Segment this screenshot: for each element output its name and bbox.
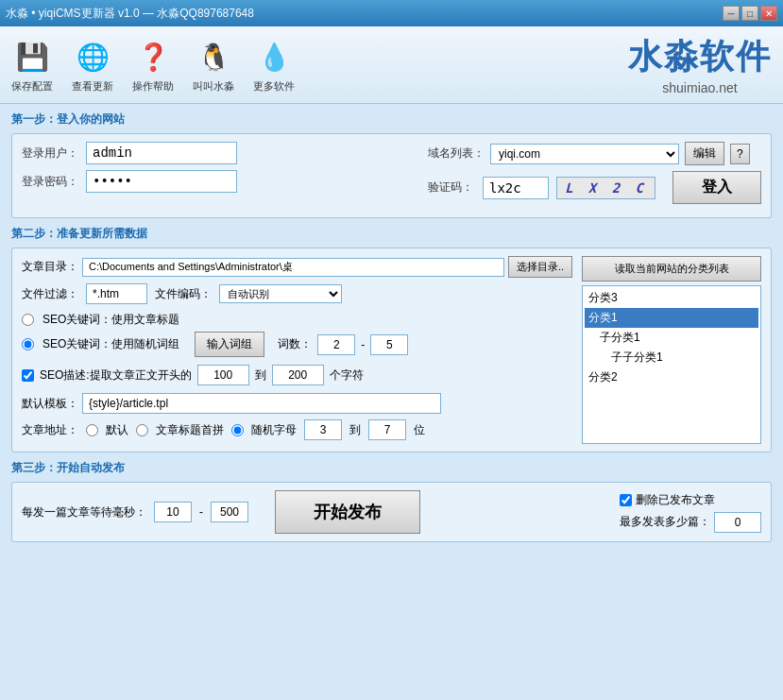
url-unit: 位 (414, 422, 425, 438)
user-row: 登录用户： (22, 142, 409, 164)
close-button[interactable]: ✕ (760, 6, 777, 21)
start-button[interactable]: 开始发布 (275, 490, 420, 534)
domain-label: 域名列表： (428, 145, 485, 162)
toolbar-update-label: 查看更新 (72, 79, 113, 94)
step2-box: 文章目录： 选择目录.. 文件过滤： 文件编码： 自动识别 UTF-8 GBK (11, 248, 772, 452)
step3-box: 每发一篇文章等待毫秒： - 开始发布 删除已发布文章 最多发表多少篇： (11, 482, 772, 542)
word-count-label: 词数： (278, 336, 312, 352)
select-dir-button[interactable]: 选择目录.. (508, 256, 572, 278)
template-input[interactable] (82, 393, 441, 414)
user-label: 登录用户： (22, 145, 78, 162)
keywords-button[interactable]: 输入词组 (195, 332, 264, 357)
qq-icon: 🐧 (193, 36, 234, 77)
cat-item-3[interactable]: 子子分类1 (585, 348, 758, 367)
url-default-label: 默认 (106, 422, 128, 438)
pass-row: 登录密码： (22, 170, 409, 193)
filter-label: 文件过滤： (22, 286, 78, 302)
template-label: 默认模板： (22, 396, 78, 412)
minimize-button[interactable]: ─ (723, 6, 740, 21)
cat-item-4[interactable]: 分类2 (585, 367, 758, 387)
toolbar-save[interactable]: 💾 保存配置 (11, 36, 53, 94)
pass-input[interactable] (86, 170, 237, 193)
toolbar-qq[interactable]: 🐧 叫叫水淼 (193, 36, 234, 94)
update-icon: 🌐 (72, 36, 113, 77)
logo-main: 水淼软件 (628, 34, 772, 80)
step1-box: 登录用户： 登录密码： 域名列表： yiqi.com 编辑 ? (11, 133, 772, 218)
interval-dash: - (199, 505, 203, 519)
login-button[interactable]: 登入 (672, 171, 761, 204)
step1-domain-area: 域名列表： yiqi.com 编辑 ? 验证码： L X 2 C 登入 (428, 142, 761, 210)
template-row: 默认模板： (22, 393, 572, 414)
seo1-radio[interactable] (22, 314, 34, 326)
url-random-radio[interactable] (231, 424, 244, 436)
delete-checkbox[interactable] (620, 494, 632, 506)
max-input[interactable] (714, 512, 761, 533)
step3-layout: 每发一篇文章等待毫秒： - 开始发布 删除已发布文章 最多发表多少篇： (22, 490, 761, 534)
domain-select[interactable]: yiqi.com (490, 144, 679, 164)
encode-label: 文件编码： (155, 286, 212, 302)
edit-domain-button[interactable]: 编辑 (685, 142, 724, 165)
dir-label: 文章目录： (22, 259, 78, 275)
toolbar: 💾 保存配置 🌐 查看更新 ❓ 操作帮助 🐧 叫叫水淼 💧 更多软件 水淼软件 … (0, 26, 783, 104)
logo-sub: shuimiao.net (628, 80, 772, 95)
url-pinyin-label: 文章标题首拼 (156, 422, 224, 438)
desc-unit: 个字符 (330, 367, 364, 384)
interval-min[interactable] (154, 502, 192, 522)
read-category-button[interactable]: 读取当前网站的分类列表 (582, 256, 761, 282)
word-count-max[interactable] (370, 334, 408, 355)
more-icon: 💧 (253, 36, 295, 77)
word-count-min[interactable] (317, 334, 355, 355)
captcha-input[interactable] (483, 177, 549, 199)
toolbar-help[interactable]: ❓ 操作帮助 (132, 36, 174, 94)
step2-right: 读取当前网站的分类列表 分类3 分类1 子分类1 子子分类1 分类2 (582, 256, 761, 444)
maximize-button[interactable]: □ (741, 6, 758, 21)
url-default-radio[interactable] (86, 424, 98, 436)
domain-row: 域名列表： yiqi.com 编辑 ? (428, 142, 761, 165)
logo-area: 水淼软件 shuimiao.net (628, 34, 772, 95)
toolbar-more-label: 更多软件 (253, 79, 295, 94)
delete-label: 删除已发布文章 (636, 492, 715, 508)
seo2-radio[interactable] (22, 338, 34, 350)
filter-input[interactable] (86, 283, 147, 304)
encode-select[interactable]: 自动识别 UTF-8 GBK (219, 284, 342, 303)
captcha-label: 验证码： (428, 179, 475, 196)
url-label: 文章地址： (22, 422, 78, 438)
desc-min[interactable] (197, 365, 249, 385)
toolbar-update[interactable]: 🌐 查看更新 (72, 36, 113, 94)
delete-row: 删除已发布文章 (620, 492, 761, 508)
step3-right: 删除已发布文章 最多发表多少篇： (620, 492, 761, 533)
filter-row: 文件过滤： 文件编码： 自动识别 UTF-8 GBK (22, 283, 572, 304)
question-button[interactable]: ? (730, 144, 750, 164)
dir-input[interactable] (82, 258, 504, 277)
captcha-row: 验证码： L X 2 C 登入 (428, 171, 761, 204)
cat-item-0[interactable]: 分类3 (585, 288, 758, 308)
url-min[interactable] (304, 419, 342, 440)
save-icon: 💾 (11, 36, 53, 77)
desc-max[interactable] (272, 365, 324, 385)
category-list: 分类3 分类1 子分类1 子子分类1 分类2 (582, 285, 761, 444)
desc-to: 到 (255, 367, 266, 384)
desc-row: SEO描述:提取文章正文开头的 到 个字符 (22, 365, 572, 385)
desc-checkbox[interactable] (22, 369, 34, 382)
pass-label: 登录密码： (22, 174, 78, 190)
window-controls: ─ □ ✕ (723, 6, 777, 21)
url-pinyin-radio[interactable] (136, 424, 148, 436)
url-max[interactable] (368, 419, 406, 440)
toolbar-help-label: 操作帮助 (132, 79, 174, 94)
dash1: - (361, 338, 365, 351)
cat-item-1[interactable]: 分类1 (585, 308, 758, 328)
step2-layout: 文章目录： 选择目录.. 文件过滤： 文件编码： 自动识别 UTF-8 GBK (22, 256, 761, 444)
dir-row: 文章目录： 选择目录.. (22, 256, 572, 278)
user-input[interactable] (86, 142, 237, 164)
cat-item-2[interactable]: 子分类1 (585, 328, 758, 348)
desc-label: SEO描述:提取文章正文开头的 (40, 367, 192, 384)
main-content: 第一步：登入你的网站 登录用户： 登录密码： 域名列表： yiqi.com (0, 104, 783, 550)
url-row: 文章地址： 默认 文章标题首拼 随机字母 到 位 (22, 419, 572, 440)
max-row: 最多发表多少篇： (620, 512, 761, 533)
toolbar-more[interactable]: 💧 更多软件 (253, 36, 295, 94)
url-to: 到 (349, 422, 361, 438)
step3-left: 每发一篇文章等待毫秒： - 开始发布 (22, 490, 610, 534)
seo1-label: SEO关键词：使用文章标题 (43, 312, 179, 328)
step1-credentials: 登录用户： 登录密码： (22, 142, 409, 198)
interval-max[interactable] (211, 502, 248, 522)
